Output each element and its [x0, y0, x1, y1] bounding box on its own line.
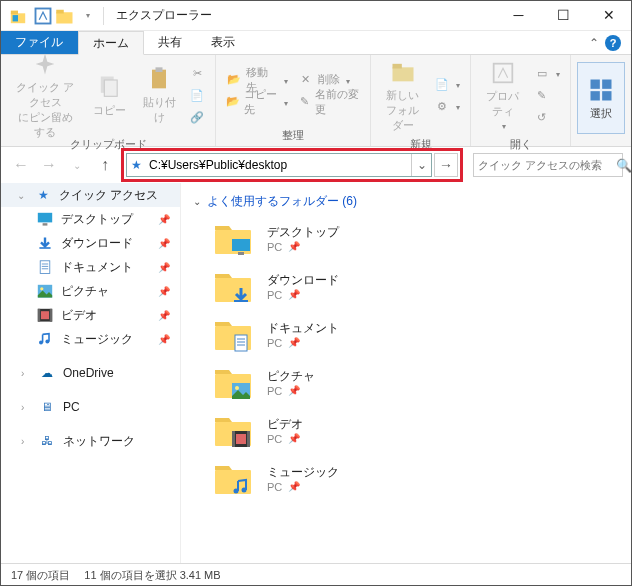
address-dropdown-icon[interactable]: ⌄ [411, 154, 431, 176]
svg-rect-49 [236, 434, 246, 444]
select-button[interactable]: 選択 [577, 62, 625, 134]
shortcut-icon: 🔗 [189, 109, 205, 125]
svg-point-30 [39, 340, 43, 344]
rename-button[interactable]: ✎名前の変更 [298, 92, 360, 112]
sidebar-onedrive[interactable]: › ☁ OneDrive [1, 361, 180, 385]
copypath-button[interactable]: 📄 [189, 85, 205, 105]
newitem-button[interactable]: 📄 [434, 74, 460, 94]
sidebar-item-document[interactable]: ドキュメント📌 [1, 255, 180, 279]
history-button[interactable]: ↺ [534, 107, 560, 127]
pin-icon: 📌 [158, 262, 170, 273]
copy-button[interactable]: コピー [85, 59, 133, 131]
tab-share[interactable]: 共有 [144, 31, 197, 54]
open-button[interactable]: ▭ [534, 63, 560, 83]
folder-location: PC📌 [267, 241, 339, 253]
chevron-down-icon[interactable]: ⌄ [193, 196, 201, 207]
folder-item[interactable]: ダウンロードPC📌 [185, 262, 631, 310]
qat-properties-icon[interactable] [33, 6, 53, 26]
svg-rect-47 [232, 431, 235, 447]
paste-shortcut-button[interactable]: 🔗 [189, 107, 205, 127]
search-icon[interactable]: 🔍 [616, 158, 632, 173]
svg-rect-29 [41, 311, 49, 319]
paste-button[interactable]: 貼り付け [135, 59, 183, 131]
folder-icon [213, 268, 253, 304]
cut-button[interactable]: ✂ [189, 63, 205, 83]
qat-newfolder-icon[interactable] [55, 6, 75, 26]
pin-icon: 📌 [288, 433, 300, 444]
chevron-right-icon[interactable]: › [21, 436, 31, 447]
sidebar-item-download[interactable]: ダウンロード📌 [1, 231, 180, 255]
address-input[interactable] [145, 158, 411, 172]
tab-view[interactable]: 表示 [197, 31, 250, 54]
nav-back-button[interactable]: ← [9, 153, 33, 177]
close-button[interactable]: ✕ [586, 1, 631, 31]
sidebar-item-music[interactable]: ミュージック📌 [1, 327, 180, 351]
window-title: エクスプローラー [116, 7, 212, 24]
tab-home[interactable]: ホーム [78, 31, 144, 55]
document-icon [231, 334, 251, 352]
chevron-right-icon[interactable]: › [21, 402, 31, 413]
sidebar-pc[interactable]: › 🖥 PC [1, 395, 180, 419]
address-row: ← → ⌄ ↑ ★ ⌄ → 🔍 [1, 147, 631, 183]
history-icon: ↺ [534, 109, 550, 125]
address-highlight-box: ★ ⌄ → [121, 148, 463, 182]
folder-item[interactable]: ビデオPC📌 [185, 406, 631, 454]
chevron-right-icon[interactable]: › [21, 368, 31, 379]
folder-item[interactable]: ピクチャPC📌 [185, 358, 631, 406]
pin-icon: 📌 [158, 238, 170, 249]
search-box[interactable]: 🔍 [473, 153, 623, 177]
folder-item[interactable]: ドキュメントPC📌 [185, 310, 631, 358]
folder-item[interactable]: ミュージックPC📌 [185, 454, 631, 502]
folder-icon [213, 364, 253, 400]
ribbon-label-open: 開く [471, 135, 570, 155]
svg-rect-12 [493, 64, 512, 83]
sidebar-item-desktop[interactable]: デスクトップ📌 [1, 207, 180, 231]
status-item-count: 17 個の項目 [11, 568, 70, 583]
svg-rect-2 [13, 15, 18, 21]
sidebar-quickaccess[interactable]: ⌄ ★ クイック アクセス [1, 183, 180, 207]
ribbon-group-select: 選択 [571, 55, 631, 146]
svg-rect-16 [602, 91, 611, 100]
help-icon[interactable]: ? [605, 35, 621, 51]
qat-dropdown-icon[interactable] [77, 6, 97, 26]
video-icon [37, 307, 53, 323]
pin-icon: 📌 [158, 286, 170, 297]
newfolder-icon [389, 58, 417, 86]
copyto-button[interactable]: 📂コピー先 [226, 92, 288, 112]
section-header[interactable]: ⌄ よく使用するフォルダー (6) [185, 189, 631, 214]
ribbon-group-open: プロパティ ▭ ✎ ↺ 開く [471, 55, 571, 146]
address-go-button[interactable]: → [434, 153, 458, 177]
collapse-ribbon-icon[interactable]: ⌃ [589, 36, 599, 50]
nav-history-button[interactable]: ⌄ [65, 153, 89, 177]
folder-item[interactable]: デスクトップPC📌 [185, 214, 631, 262]
minimize-button[interactable]: ─ [496, 1, 541, 31]
star-icon: ★ [35, 187, 51, 203]
search-input[interactable] [478, 159, 616, 171]
easyaccess-button[interactable]: ⚙ [434, 96, 460, 116]
navigation-pane: ⌄ ★ クイック アクセス デスクトップ📌ダウンロード📌ドキュメント📌ピクチャ📌… [1, 183, 181, 563]
svg-rect-27 [38, 309, 40, 322]
maximize-button[interactable]: ☐ [541, 1, 586, 31]
sidebar-network[interactable]: › 🖧 ネットワーク [1, 429, 180, 453]
paste-icon [145, 65, 173, 93]
pin-quickaccess-button[interactable]: クイック アクセス にピン留めする [7, 59, 83, 131]
sidebar-item-label: ダウンロード [61, 235, 133, 252]
moveto-icon: 📂 [226, 72, 242, 88]
pin-icon: 📌 [288, 385, 300, 396]
edit-icon: ✎ [534, 87, 550, 103]
chevron-down-icon[interactable]: ⌄ [17, 190, 27, 201]
nav-forward-button[interactable]: → [37, 153, 61, 177]
ribbon-label-organize: 整理 [216, 126, 370, 146]
sidebar-item-label: デスクトップ [61, 211, 133, 228]
properties-button[interactable]: プロパティ [477, 59, 528, 131]
newfolder-button[interactable]: 新しい フォルダー [377, 59, 428, 131]
svg-rect-11 [392, 63, 401, 68]
sidebar-item-video[interactable]: ビデオ📌 [1, 303, 180, 327]
edit-button[interactable]: ✎ [534, 85, 560, 105]
folder-name: ドキュメント [267, 320, 339, 337]
svg-rect-34 [238, 252, 244, 255]
sidebar-item-picture[interactable]: ピクチャ📌 [1, 279, 180, 303]
nav-up-button[interactable]: ↑ [93, 153, 117, 177]
folder-name: デスクトップ [267, 224, 339, 241]
address-bar[interactable]: ★ ⌄ [126, 153, 432, 177]
